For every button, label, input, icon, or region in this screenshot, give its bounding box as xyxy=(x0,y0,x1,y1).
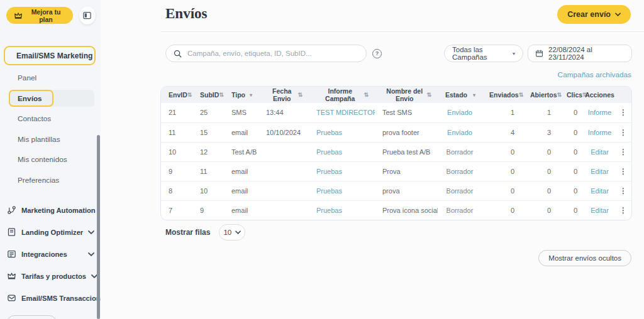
column-header-tipo[interactable]: Tipo▾ xyxy=(224,87,258,103)
column-header-clics[interactable]: Clics⇅ xyxy=(559,87,586,103)
column-label: Clics xyxy=(567,91,582,99)
column-header-informe[interactable]: Informe Campaña⇅ xyxy=(309,87,375,103)
table-row: 9 11 email Pruebas Prova Borrador 0 0 0 … xyxy=(161,161,632,181)
sort-icon[interactable]: ⇅ xyxy=(219,92,224,98)
column-header-fecha[interactable]: Fecha Envio⇅ xyxy=(258,87,309,103)
cell-tipo: email xyxy=(224,161,258,181)
column-label: Estado xyxy=(445,91,467,99)
cell-subid: 9 xyxy=(192,200,224,220)
cell-clics: 0 xyxy=(559,103,586,122)
campaign-report-link[interactable]: TEST MDIRECTOR xyxy=(316,109,375,116)
contratar-button[interactable]: Contratar xyxy=(6,315,57,319)
column-header-estado[interactable]: Estado▾ xyxy=(438,87,482,103)
panel-left-icon xyxy=(82,11,92,20)
chevron-down-icon xyxy=(88,230,94,234)
row-action-link[interactable]: Editar xyxy=(591,207,609,214)
cell-nombre-envio: prova footer xyxy=(375,122,438,142)
campaign-filter-select[interactable]: Todas las Campañas ▾ xyxy=(444,45,523,62)
campaign-report-link[interactable]: Pruebas xyxy=(316,129,342,136)
table-header-row: EnvID⇅SubID⇅Tipo▾Fecha Envio⇅Informe Cam… xyxy=(161,87,632,103)
archived-campaigns-link[interactable]: Campañas archivadas xyxy=(558,70,631,79)
column-header-abiertos[interactable]: Abiertos⇅ xyxy=(523,87,559,103)
row-action-link[interactable]: Editar xyxy=(591,187,609,195)
cell-nombre-envio: Test SMS xyxy=(375,103,438,122)
row-action-link[interactable]: Informe xyxy=(588,129,611,136)
column-label: EnvID xyxy=(169,91,187,99)
cell-envid: 10 xyxy=(161,142,192,161)
column-header-env_id[interactable]: EnvID⇅ xyxy=(161,87,192,103)
crown-icon xyxy=(14,12,23,19)
cell-tipo: Test A/B xyxy=(224,142,258,161)
sidebar-item-preferencias[interactable]: Preferencias xyxy=(0,170,101,191)
sidebar-section-label: Email/SMS Marketing xyxy=(16,51,92,60)
column-header-nombre[interactable]: Nombre del Envio⇅ xyxy=(375,87,438,103)
sort-icon[interactable]: ⇅ xyxy=(557,92,562,98)
row-action-link[interactable]: Editar xyxy=(591,168,609,175)
campaign-report-link[interactable]: Pruebas xyxy=(316,148,342,156)
date-range-value: 22/08/2024 al 23/11/2024 xyxy=(548,46,625,61)
cell-accion: Editar xyxy=(586,142,614,161)
sidebar-item-tarifas-y-productos[interactable]: Tarifas y productos xyxy=(0,265,101,287)
date-range-field[interactable]: 22/08/2024 al 23/11/2024 xyxy=(528,45,632,62)
rows-per-page-select[interactable]: 10 xyxy=(219,224,245,241)
show-hidden-envios-button[interactable]: Mostrar envíos ocultos xyxy=(538,250,631,266)
cell-nombre-envio: Prueba test A/B xyxy=(375,142,438,161)
sidebar-submenu: Panel Envíos Contactos Mis plantillas Mi… xyxy=(0,68,101,190)
search-box[interactable] xyxy=(165,45,367,62)
cell-row-menu: ⋮ xyxy=(614,200,632,220)
sidebar-scrollbar[interactable] xyxy=(97,135,100,319)
search-icon xyxy=(173,49,182,58)
cell-envid: 21 xyxy=(161,103,192,122)
sidebar-item-landing-optimizer[interactable]: Landing Optimizer xyxy=(0,221,101,243)
collapse-sidebar-button[interactable] xyxy=(79,6,96,24)
table-row: 11 15 email 10/10/2024 Pruebas prova foo… xyxy=(161,122,632,142)
cell-abiertos: 1 xyxy=(523,103,559,122)
sidebar-top: Mejora tu plan xyxy=(0,0,101,24)
column-header-enviados[interactable]: Enviados⇅ xyxy=(482,87,523,103)
sidebar-item-email-sms-marketing[interactable]: Email/SMS Marketing xyxy=(4,46,96,65)
column-label: Informe Campaña xyxy=(316,87,364,102)
cell-subid: 25 xyxy=(192,103,224,122)
filter-caret-icon[interactable]: ▾ xyxy=(250,92,252,98)
sidebar-item-panel[interactable]: Panel xyxy=(0,68,101,89)
rows-per-page-value: 10 xyxy=(223,229,231,236)
sidebar-item-marketing-automation[interactable]: Marketing Automation xyxy=(0,199,101,221)
filter-caret-icon[interactable]: ▾ xyxy=(473,92,475,98)
cell-estado: Borrador xyxy=(438,142,482,161)
cell-accion: Editar xyxy=(586,200,614,220)
sidebar-item-email-sms-transaccional[interactable]: Email/SMS Transaccional xyxy=(0,287,101,309)
cell-abiertos: 0 xyxy=(523,161,559,181)
row-action-link[interactable]: Informe xyxy=(588,109,611,116)
kebab-icon[interactable]: ⋮ xyxy=(619,167,627,176)
cell-envid: 7 xyxy=(161,200,192,220)
upgrade-plan-button[interactable]: Mejora tu plan xyxy=(6,7,73,24)
sidebar-item-mis-plantillas[interactable]: Mis plantillas xyxy=(0,129,101,150)
kebab-icon[interactable]: ⋮ xyxy=(619,187,627,195)
table-row: 21 25 SMS 13:44 TEST MDIRECTOR Test SMS … xyxy=(161,103,632,122)
sidebar-item-contactos[interactable]: Contactos xyxy=(0,109,101,129)
active-item-background: Envíos xyxy=(9,90,94,107)
column-header-sub_id[interactable]: SubID⇅ xyxy=(192,87,224,103)
sort-icon[interactable]: ⇅ xyxy=(297,92,303,98)
cell-estado: Enviado xyxy=(438,122,482,142)
sidebar-item-mis-contenidos[interactable]: Mis contenidos xyxy=(0,149,101,170)
sidebar-item-envios[interactable]: Envíos xyxy=(0,89,101,109)
sidebar-item-integraciones[interactable]: Integraciones xyxy=(0,243,101,265)
help-icon[interactable]: ? xyxy=(372,49,382,58)
search-input[interactable] xyxy=(187,50,360,57)
sort-icon[interactable]: ⇅ xyxy=(426,92,431,98)
sort-icon[interactable]: ⇅ xyxy=(519,92,524,98)
kebab-icon[interactable]: ⋮ xyxy=(619,108,627,117)
kebab-icon[interactable]: ⋮ xyxy=(619,148,627,156)
campaign-report-link[interactable]: Pruebas xyxy=(316,168,342,175)
column-header-accion: Acciones xyxy=(586,87,614,103)
sort-icon[interactable]: ⇅ xyxy=(364,92,369,98)
campaign-report-link[interactable]: Pruebas xyxy=(316,187,342,195)
kebab-icon[interactable]: ⋮ xyxy=(619,128,627,137)
kebab-icon[interactable]: ⋮ xyxy=(619,206,627,215)
row-action-link[interactable]: Editar xyxy=(591,148,609,156)
sidebar-item-label: Contactos xyxy=(18,114,51,123)
envios-table: EnvID⇅SubID⇅Tipo▾Fecha Envio⇅Informe Cam… xyxy=(160,86,632,220)
sort-icon[interactable]: ⇅ xyxy=(187,92,192,98)
campaign-report-link[interactable]: Pruebas xyxy=(316,207,342,214)
